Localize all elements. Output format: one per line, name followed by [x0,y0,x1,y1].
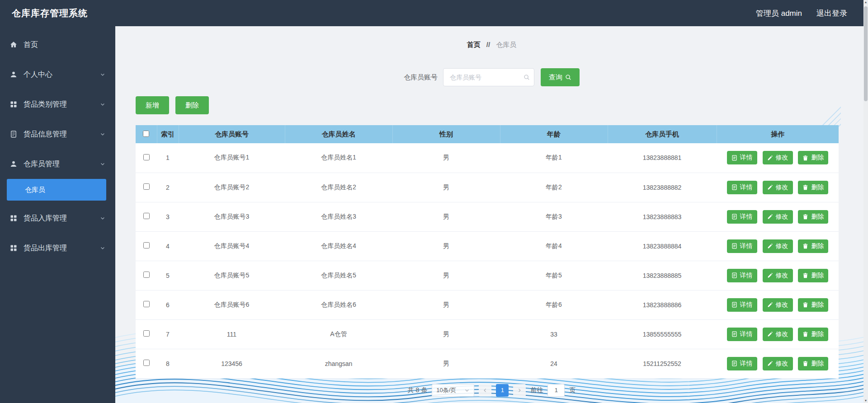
row-checkbox[interactable] [143,301,150,307]
chevron-down-icon [100,102,105,107]
chevron-down-icon [100,245,105,251]
detail-button[interactable]: 详情 [727,239,757,253]
cell-gender: 男 [392,349,500,378]
trash-icon [802,302,808,308]
search-label: 仓库员账号 [404,73,438,82]
scrollbar[interactable]: ▲ ▼ [863,0,868,403]
row-delete-button[interactable]: 删除 [798,151,828,164]
row-checkbox-cell [136,202,157,231]
detail-button[interactable]: 详情 [727,328,757,341]
row-checkbox[interactable] [143,213,150,219]
sidebar-item-outbound[interactable]: 货品出库管理 [0,233,115,263]
row-checkbox-cell [136,173,157,202]
detail-button[interactable]: 详情 [727,298,757,312]
row-checkbox[interactable] [143,242,150,248]
delete-button[interactable]: 删除 [175,96,209,114]
row-delete-button[interactable]: 删除 [798,239,828,253]
cell-age: 年龄1 [500,143,608,173]
add-button[interactable]: 新增 [136,96,169,114]
sidebar-item-inbound[interactable]: 货品入库管理 [0,203,115,233]
sidebar-item-profile[interactable]: 个人中心 [0,60,115,89]
cell-operations: 详情 修改 删除 [717,173,839,202]
trash-icon [802,243,808,249]
cell-name: zhangsan [285,349,392,378]
scrollbar-thumb[interactable] [864,6,868,101]
row-checkbox[interactable] [143,272,150,278]
breadcrumb-home[interactable]: 首页 [467,41,481,48]
row-checkbox[interactable] [143,360,150,366]
sidebar-subitem-keeper[interactable]: 仓库员 [7,179,106,201]
grid-icon [10,101,18,108]
topbar: 仓库库存管理系统 管理员 admin 退出登录 [0,0,868,26]
sidebar-item-goods-info[interactable]: 货品信息管理 [0,119,115,149]
table-row: 5 仓库员账号5 仓库员姓名5 男 年龄5 13823888885 详情 修改 … [136,261,839,290]
goto-page-input[interactable] [547,384,565,397]
detail-button[interactable]: 详情 [727,181,757,194]
user-icon [10,71,18,78]
edit-button[interactable]: 修改 [763,357,793,370]
home-icon [10,41,18,48]
cell-phone: 13855555555 [608,319,717,349]
row-checkbox[interactable] [143,154,150,160]
page-size-select[interactable]: 10条/页 [432,384,474,397]
edit-button[interactable]: 修改 [763,181,793,194]
edit-button[interactable]: 修改 [763,210,793,224]
pagination-total: 共 8 条 [408,386,428,394]
row-delete-button[interactable]: 删除 [798,269,828,282]
edit-button[interactable]: 修改 [763,151,793,164]
row-delete-button[interactable]: 删除 [798,357,828,370]
select-all-checkbox[interactable] [143,131,149,137]
detail-button[interactable]: 详情 [727,357,757,370]
page-number-button[interactable]: 1 [496,384,509,397]
edit-button[interactable]: 修改 [763,328,793,341]
cell-account: 仓库员账号4 [179,231,285,261]
detail-button[interactable]: 详情 [727,151,757,164]
edit-button[interactable]: 修改 [763,239,793,253]
cell-gender: 男 [392,202,500,231]
detail-button[interactable]: 详情 [727,269,757,282]
row-checkbox[interactable] [143,330,150,337]
cell-name: A仓管 [285,319,392,349]
breadcrumb-current: 仓库员 [496,41,516,48]
cell-name: 仓库员姓名2 [285,173,392,202]
next-page-button[interactable] [513,384,526,397]
pencil-icon [767,302,773,308]
cell-account: 111 [179,319,285,349]
scroll-up-arrow[interactable]: ▲ [863,0,868,5]
detail-button[interactable]: 详情 [727,210,757,224]
prev-page-button[interactable] [479,384,491,397]
row-checkbox-cell [136,319,157,349]
sidebar-item-keeper-mgmt[interactable]: 仓库员管理 [0,149,115,179]
pencil-icon [767,243,773,249]
pencil-icon [767,184,773,190]
edit-button[interactable]: 修改 [763,298,793,312]
breadcrumb: 首页 // 仓库员 [115,26,868,49]
row-delete-button[interactable]: 删除 [798,181,828,194]
cell-gender: 男 [392,319,500,349]
query-button[interactable]: 查询 [541,68,580,86]
scroll-down-arrow[interactable]: ▼ [863,398,868,403]
cell-gender: 男 [392,143,500,173]
col-header-account: 仓库员账号 [179,125,285,143]
chevron-down-icon [100,131,105,137]
table-header-row: 索引 仓库员账号 仓库员姓名 性别 年龄 仓库员手机 操作 [136,125,839,143]
sidebar-item-home[interactable]: 首页 [0,30,115,60]
search-input[interactable] [443,68,534,86]
row-delete-button[interactable]: 删除 [798,328,828,341]
row-delete-button[interactable]: 删除 [798,298,828,312]
row-delete-button[interactable]: 删除 [798,210,828,224]
row-checkbox-cell [136,143,157,173]
edit-button[interactable]: 修改 [763,269,793,282]
cell-account: 仓库员账号2 [179,173,285,202]
cell-phone: 13823888881 [608,143,717,173]
trash-icon [802,155,808,161]
cell-name: 仓库员姓名5 [285,261,392,290]
search-icon [565,74,571,80]
table-row: 2 仓库员账号2 仓库员姓名2 男 年龄2 13823888882 详情 修改 … [136,173,839,202]
table-row: 7 111 A仓管 男 33 13855555555 详情 修改 删除 [136,319,839,349]
cell-account: 仓库员账号5 [179,261,285,290]
cell-gender: 男 [392,290,500,319]
logout-link[interactable]: 退出登录 [816,8,847,19]
sidebar-item-goods-category[interactable]: 货品类别管理 [0,89,115,119]
row-checkbox[interactable] [143,183,150,190]
